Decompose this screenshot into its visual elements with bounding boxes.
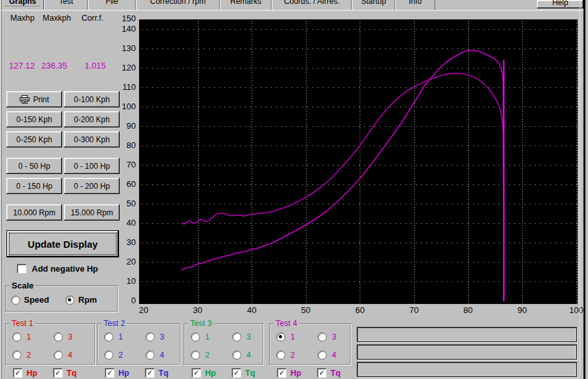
radio-circle bbox=[146, 332, 155, 341]
test2-radio-2[interactable]: 2 bbox=[104, 351, 123, 360]
test4-radio-4[interactable]: 4 bbox=[318, 351, 336, 360]
0-250-kph-button[interactable]: 0-250 Kph bbox=[6, 131, 62, 147]
radio-label: 2 bbox=[27, 351, 31, 360]
checkbox-box: ✓ bbox=[191, 368, 201, 378]
help-button[interactable]: Help bbox=[537, 0, 583, 8]
radio-label: 4 bbox=[332, 351, 336, 360]
scale-group: Scale Speed Rpm bbox=[5, 285, 118, 312]
checkbox-label: Hp bbox=[290, 369, 301, 378]
tab-remarks[interactable]: Remarks bbox=[220, 0, 272, 10]
tab-test[interactable]: Test bbox=[44, 0, 88, 10]
add-negative-hp-label: Add negative Hp bbox=[32, 264, 98, 274]
y-tick-90: 90 bbox=[109, 121, 136, 131]
status-field-2 bbox=[357, 345, 577, 360]
maxkph-header: Maxkph bbox=[43, 14, 71, 23]
radio-circle bbox=[54, 332, 63, 341]
x-tick-80: 80 bbox=[457, 305, 480, 315]
test4-hp-checkbox[interactable]: ✓Hp bbox=[277, 368, 301, 378]
x-tick-90: 90 bbox=[510, 305, 534, 315]
checkbox-box: ✓ bbox=[317, 368, 327, 378]
tab-label: Test bbox=[44, 0, 88, 6]
radio-label: 2 bbox=[118, 351, 123, 360]
test2-hp-checkbox[interactable]: ✓Hp bbox=[105, 368, 129, 378]
0-50-hp-button[interactable]: 0 - 50 Hp bbox=[6, 158, 62, 174]
window-border-left-dark bbox=[1, 0, 2, 379]
scale-rpm-radio[interactable]: Rpm bbox=[65, 295, 97, 305]
tab-label: Correction / rpm bbox=[136, 0, 220, 6]
scale-speed-radio[interactable]: Speed bbox=[11, 295, 49, 305]
test4-tq-checkbox[interactable]: ✓Tq bbox=[317, 368, 340, 378]
tab-startup[interactable]: Startup bbox=[352, 0, 395, 10]
window-border-right-light bbox=[580, 0, 580, 379]
window-border-left-light bbox=[0, 0, 1, 379]
radio-label: 1 bbox=[118, 332, 123, 341]
test-group-3: Test 31324 bbox=[184, 323, 263, 365]
radio-circle bbox=[104, 332, 113, 341]
10-000-rpm-button[interactable]: 10.000 Rpm bbox=[6, 204, 62, 221]
test-group-label: Test 3 bbox=[188, 319, 213, 328]
checkbox-label: Tq bbox=[158, 369, 168, 378]
radio-circle bbox=[54, 351, 63, 360]
checkbox-box: ✓ bbox=[145, 368, 155, 378]
tab-label: Remarks bbox=[220, 0, 272, 6]
update-display-button[interactable]: Update Display bbox=[6, 230, 119, 257]
test4-radio-2[interactable]: 2 bbox=[276, 351, 295, 360]
checkbox-label: Tq bbox=[245, 369, 255, 378]
test2-radio-4[interactable]: 4 bbox=[146, 351, 164, 360]
test3-radio-1[interactable]: 1 bbox=[191, 332, 210, 341]
radio-circle bbox=[232, 351, 241, 360]
test1-tq-checkbox[interactable]: ✓Tq bbox=[53, 368, 76, 378]
test-group-4: Test 41324 bbox=[269, 323, 351, 365]
test-group-label: Test 4 bbox=[274, 319, 299, 328]
tab-coords-airres[interactable]: Coords. / Airres. bbox=[272, 0, 352, 10]
test2-radio-3[interactable]: 3 bbox=[146, 332, 164, 341]
radio-circle bbox=[11, 296, 20, 305]
test1-radio-3[interactable]: 3 bbox=[54, 332, 72, 341]
scale-speed-label: Speed bbox=[24, 295, 49, 305]
x-tick-40: 40 bbox=[240, 305, 263, 315]
tab-panel-top-edge bbox=[0, 10, 583, 12]
y-tick-110: 110 bbox=[109, 82, 136, 92]
tab-label: Graphs bbox=[5, 0, 40, 6]
0-150-kph-button[interactable]: 0-150 Kph bbox=[6, 111, 62, 127]
test2-tq-checkbox[interactable]: ✓Tq bbox=[145, 368, 168, 378]
y-tick-40: 40 bbox=[109, 218, 136, 228]
tab-info[interactable]: Info bbox=[395, 0, 435, 10]
test3-radio-3[interactable]: 3 bbox=[232, 332, 251, 341]
x-tick-50: 50 bbox=[294, 305, 318, 315]
test1-radio-2[interactable]: 2 bbox=[12, 351, 31, 360]
tab-file[interactable]: File bbox=[88, 0, 136, 10]
tab-graphs[interactable]: Graphs bbox=[1, 0, 44, 10]
button-label: 0-250 Kph bbox=[16, 135, 52, 144]
button-label: 0 - 50 Hp bbox=[18, 162, 50, 171]
y-tick-80: 80 bbox=[109, 140, 136, 150]
button-label: 0-150 Kph bbox=[16, 115, 52, 124]
add-negative-hp-checkbox[interactable]: Add negative Hp bbox=[17, 264, 98, 274]
test1-hp-checkbox[interactable]: ✓Hp bbox=[13, 368, 38, 378]
y-tick-100: 100 bbox=[109, 102, 136, 111]
checkbox-box: ✓ bbox=[277, 368, 287, 378]
button-label: Print bbox=[33, 95, 49, 104]
test3-hp-checkbox[interactable]: ✓Hp bbox=[191, 368, 216, 378]
y-tick-70: 70 bbox=[109, 160, 136, 169]
radio-circle bbox=[65, 296, 74, 305]
button-label: 0-100 Kph bbox=[74, 95, 109, 104]
radio-label: 4 bbox=[160, 351, 164, 360]
0-150-hp-button[interactable]: 0 - 150 Hp bbox=[6, 178, 62, 194]
radio-circle bbox=[318, 351, 327, 360]
y-tick-60: 60 bbox=[109, 179, 136, 189]
test3-tq-checkbox[interactable]: ✓Tq bbox=[232, 368, 255, 378]
test4-radio-1[interactable]: 1 bbox=[276, 332, 295, 341]
test1-radio-1[interactable]: 1 bbox=[12, 332, 31, 341]
y-tick-150: 150 bbox=[109, 14, 136, 23]
update-display-label: Update Display bbox=[28, 239, 98, 250]
test3-radio-4[interactable]: 4 bbox=[232, 351, 251, 360]
test2-radio-1[interactable]: 1 bbox=[104, 332, 123, 341]
print-button[interactable]: Print bbox=[6, 91, 62, 107]
radio-label: 1 bbox=[27, 332, 31, 341]
tab-correction-rpm[interactable]: Correction / rpm bbox=[136, 0, 220, 10]
test1-radio-4[interactable]: 4 bbox=[54, 351, 72, 360]
test3-radio-2[interactable]: 2 bbox=[191, 351, 210, 360]
test4-radio-3[interactable]: 3 bbox=[318, 332, 336, 341]
test-group-label: Test 1 bbox=[10, 319, 35, 328]
